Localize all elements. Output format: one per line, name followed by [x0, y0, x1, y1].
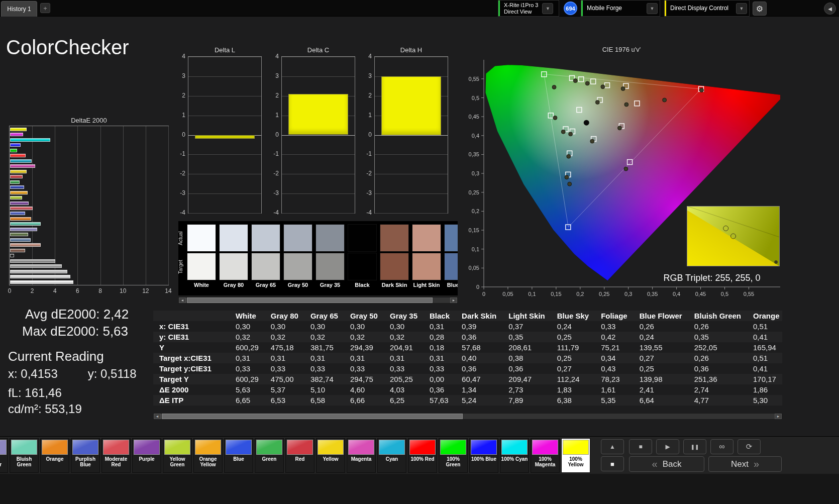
table-row-label: Target y:CIE31 — [153, 363, 230, 374]
table-cell: 0,41 — [747, 363, 782, 374]
actual-row-label: Actual — [178, 225, 185, 252]
loop-icon[interactable]: ⟳ — [738, 439, 761, 454]
patch-button[interactable]: 100% Blue — [469, 438, 498, 473]
table-cell: 0,25 — [551, 353, 595, 363]
patch-button[interactable]: Yellow — [316, 438, 345, 473]
patch-label: Moderate Red — [102, 456, 130, 467]
swatch-column: Gray 35 — [316, 224, 345, 288]
scrollbar-track[interactable] — [186, 297, 450, 303]
table-cell: 0,30 — [265, 321, 304, 332]
swatch-label: Dark Skin — [380, 282, 409, 288]
gridline — [188, 57, 261, 57]
next-button[interactable]: Next » — [708, 456, 782, 472]
deltae-bar-chart — [9, 126, 169, 285]
scrollbar-track[interactable] — [161, 414, 775, 419]
axis-tick-label: -1 — [265, 150, 279, 157]
patch-button[interactable]: Magenta — [347, 438, 376, 473]
table-scrollbar[interactable]: ◄ ► — [153, 413, 782, 420]
collapse-panel-icon[interactable]: ◀ — [824, 3, 836, 15]
cie-measured-marker — [621, 86, 625, 90]
window-icon[interactable]: ■ — [601, 456, 624, 471]
scroll-left-icon[interactable]: ◄ — [179, 297, 186, 303]
patch-button[interactable]: 100% Red — [408, 438, 437, 473]
swatch-scrollbar[interactable]: ◄ ► — [178, 297, 458, 304]
history-tab[interactable]: History 1 — [1, 1, 37, 17]
axis-tick-label: -4 — [265, 209, 279, 216]
chevron-down-icon[interactable]: ▼ — [736, 3, 747, 14]
patch-button[interactable]: Purple — [132, 438, 161, 473]
swatch-label: Gray 65 — [251, 282, 280, 288]
patch-button[interactable]: 100% Yellow — [561, 438, 590, 473]
chevron-down-icon[interactable]: ▼ — [647, 3, 658, 14]
back-button[interactable]: « Back — [629, 456, 704, 472]
patch-button[interactable]: Red — [285, 438, 314, 473]
play-icon[interactable]: ▶ — [656, 439, 679, 454]
patch-button[interactable]: Bluish Green — [10, 438, 39, 473]
patch-button[interactable]: Orange Yellow — [193, 438, 223, 473]
patch-button[interactable]: Cyan — [377, 438, 406, 473]
deltae-bar — [10, 191, 28, 194]
axis-tick-label: 0 — [8, 287, 12, 294]
svg-text:0,5: 0,5 — [721, 291, 728, 297]
display-control-selector[interactable]: Direct Display Control ▼ — [664, 0, 750, 17]
target-row-label: Target — [178, 254, 185, 280]
gridline — [188, 96, 261, 96]
gridline — [282, 154, 355, 155]
table-cell: 0,33 — [230, 363, 265, 374]
gridline — [282, 193, 355, 194]
patch-button[interactable]: 100% Cyan — [500, 438, 529, 473]
patch-label: Orange Yellow — [194, 456, 222, 467]
table-cell: 0,28 — [424, 332, 456, 342]
scroll-right-icon[interactable]: ► — [775, 414, 782, 419]
patch-button[interactable]: Purplish Blue — [71, 438, 100, 473]
axis-tick-label: 3 — [171, 72, 185, 79]
meter-selector[interactable]: X-Rite i1Pro 3 Direct View ▼ — [498, 0, 559, 17]
scrollbar-thumb[interactable] — [187, 297, 433, 303]
add-tab-button[interactable]: + — [40, 3, 50, 13]
axis-tick-label: -2 — [171, 170, 185, 177]
source-selector[interactable]: Mobile Forge ▼ — [581, 0, 660, 17]
infinity-icon[interactable]: ∞ — [710, 439, 733, 454]
table-cell: 0,25 — [634, 363, 688, 374]
table-cell: 0,32 — [265, 332, 304, 342]
patch-label: Magenta — [347, 456, 375, 462]
scroll-right-icon[interactable]: ► — [450, 297, 457, 303]
table-cell: 6,25 — [384, 395, 424, 406]
eject-icon[interactable]: ▲ — [601, 439, 624, 454]
patch-button[interactable]: Blue Flower — [0, 438, 8, 473]
table-column-header: White — [230, 311, 265, 321]
scroll-left-icon[interactable]: ◄ — [154, 414, 161, 419]
patch-color-swatch — [318, 440, 344, 455]
table-cell: 4,60 — [344, 384, 384, 395]
patch-button[interactable]: Orange — [40, 438, 69, 473]
cie-measured-marker — [617, 126, 621, 130]
swatch-label: Black — [348, 282, 377, 288]
table-cell: 0,33 — [424, 363, 456, 374]
pause-icon[interactable]: ❚❚ — [683, 439, 706, 454]
scrollbar-thumb[interactable] — [162, 414, 463, 419]
patch-button[interactable]: Green — [255, 438, 284, 473]
target-swatch — [187, 253, 216, 280]
table-cell: 208,61 — [502, 342, 551, 353]
axis-tick-label: 2 — [358, 92, 372, 99]
actual-swatch — [348, 224, 377, 252]
patch-label: Blue — [225, 456, 253, 462]
patch-button[interactable]: Moderate Red — [101, 438, 131, 473]
patch-button[interactable]: Yellow Green — [163, 438, 192, 473]
deltae-bar — [10, 207, 33, 210]
axis-tick-label: 0 — [171, 131, 185, 138]
axis-tick-label: 4 — [53, 287, 57, 294]
stop-icon[interactable]: ■ — [629, 439, 652, 454]
chevron-down-icon[interactable]: ▼ — [542, 3, 553, 14]
axis-tick-label: 10 — [120, 287, 126, 294]
table-cell: 0,31 — [230, 353, 265, 363]
patch-button[interactable]: 100% Green — [439, 438, 468, 473]
deltae-bar — [10, 280, 73, 284]
deltae-x-axis: 02468101214 — [9, 287, 169, 295]
axis-tick-label: 1 — [358, 112, 372, 119]
gear-icon[interactable]: ⚙ — [753, 2, 767, 16]
deltae-bar — [10, 243, 41, 247]
patch-button[interactable]: Blue — [224, 438, 253, 473]
patch-button[interactable]: 100% Magenta — [531, 438, 560, 473]
table-cell: 0,32 — [384, 332, 424, 342]
